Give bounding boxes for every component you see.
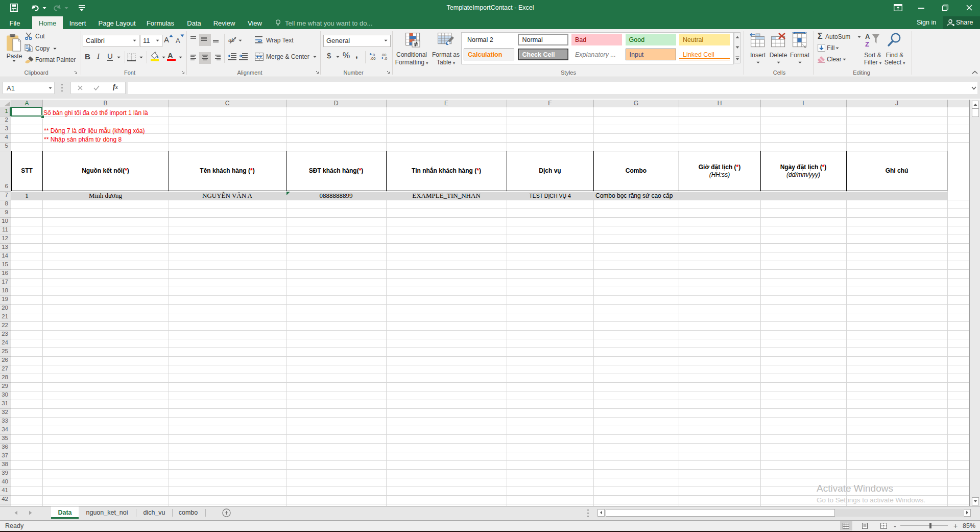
svg-text:A: A bbox=[865, 33, 870, 40]
svg-text:Z: Z bbox=[865, 40, 869, 48]
svg-text:.00: .00 bbox=[370, 56, 375, 60]
